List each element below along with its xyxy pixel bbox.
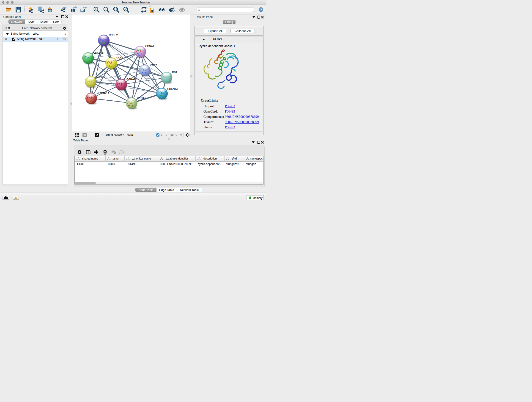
svg-text:RB1: RB1 [172,71,177,74]
svg-text:CDK1: CDK1 [116,56,123,59]
svg-text:CCNB2: CCNB2 [109,34,118,36]
svg-text:CCNB1: CCNB1 [96,75,105,78]
svg-text:CCNA1: CCNA1 [145,45,154,47]
svg-text:CCNA2: CCNA2 [127,78,135,81]
svg-text:CCNE1: CCNE1 [137,97,146,100]
svg-text:?: ? [260,8,262,12]
svg-text:CDC25B: CDC25B [93,51,104,54]
svg-text:HIST1H1A: HIST1H1A [97,92,109,95]
svg-text:CDC6: CDC6 [150,64,157,67]
svg-text:CDKN1A: CDKN1A [167,88,178,90]
